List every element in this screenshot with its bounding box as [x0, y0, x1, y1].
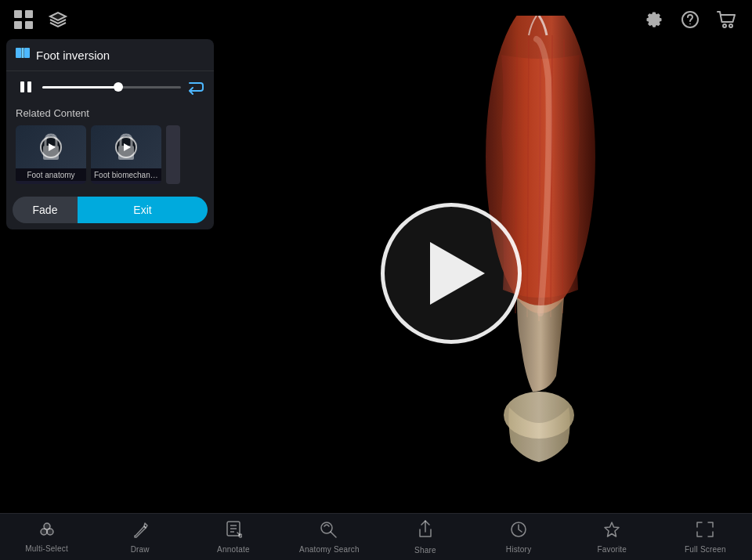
svg-rect-9 — [14, 21, 22, 29]
draw-icon — [132, 520, 149, 542]
svg-rect-21 — [118, 146, 134, 160]
related-item-2[interactable]: Foot biomechanics — [91, 125, 161, 184]
svg-rect-15 — [16, 48, 21, 58]
related-content-label: Related Content — [16, 107, 204, 119]
related-content-section: Related Content Foot anatomy — [6, 103, 214, 190]
thumb-label-1: Foot anatomy — [16, 168, 86, 181]
related-item-1[interactable]: Foot anatomy — [16, 125, 86, 184]
thumb-label-2: Foot biomechanics — [91, 168, 161, 181]
animation-title: Foot inversion — [36, 49, 110, 62]
multi-select-icon — [38, 521, 56, 541]
svg-rect-8 — [25, 10, 33, 18]
svg-rect-18 — [20, 81, 24, 92]
nav-annotate[interactable]: Annotate — [206, 520, 261, 554]
nav-multi-select[interactable]: Multi-Select — [20, 521, 74, 553]
svg-line-31 — [331, 532, 336, 537]
sidebar-action-buttons: Fade Exit — [6, 190, 214, 223]
related-thumbnails: Foot anatomy Foot biomechanics — [16, 125, 204, 184]
nav-favorite-label: Favorite — [597, 545, 627, 554]
thumb-bg-2 — [91, 125, 161, 168]
repeat-button[interactable] — [187, 79, 204, 95]
grid-view-button[interactable] — [13, 9, 34, 31]
related-item-partial — [166, 125, 180, 184]
share-icon — [417, 519, 434, 543]
cart-button[interactable] — [716, 9, 739, 30]
sidebar-panel: Foot inversion Related Content — [6, 39, 214, 229]
svg-rect-20 — [43, 146, 59, 160]
bottom-navigation: Multi-Select Draw Annotate — [0, 513, 752, 560]
nav-favorite[interactable]: Favorite — [584, 520, 639, 554]
svg-point-14 — [729, 24, 732, 27]
history-icon — [509, 520, 528, 542]
svg-rect-16 — [24, 48, 30, 58]
nav-multi-select-label: Multi-Select — [25, 544, 68, 553]
layers-button[interactable] — [47, 9, 69, 31]
nav-full-screen[interactable]: Full Screen — [678, 520, 732, 554]
exit-button[interactable]: Exit — [78, 197, 208, 223]
svg-rect-10 — [25, 21, 33, 29]
svg-point-12 — [689, 23, 691, 25]
svg-rect-19 — [27, 81, 31, 92]
help-button[interactable] — [680, 9, 700, 30]
pause-button[interactable] — [16, 80, 36, 94]
nav-anatomy-search-label: Anatomy Search — [299, 545, 360, 554]
nav-share-label: Share — [414, 546, 436, 555]
progress-bar[interactable] — [42, 86, 181, 89]
play-triangle-icon — [430, 242, 485, 305]
nav-history-label: History — [506, 545, 532, 554]
progress-fill — [42, 86, 118, 89]
toolbar-left — [13, 9, 69, 31]
svg-point-24 — [44, 523, 50, 529]
nav-full-screen-label: Full Screen — [685, 545, 726, 554]
nav-share[interactable]: Share — [398, 519, 453, 555]
anatomy-search-icon — [319, 520, 339, 542]
book-icon — [16, 47, 30, 63]
nav-draw[interactable]: Draw — [113, 520, 168, 554]
nav-anatomy-search[interactable]: Anatomy Search — [299, 520, 360, 554]
sidebar-title-bar: Foot inversion — [6, 39, 214, 71]
settings-button[interactable] — [644, 9, 664, 30]
favorite-icon — [602, 520, 622, 542]
progress-thumb[interactable] — [114, 82, 123, 92]
nav-history[interactable]: History — [491, 520, 546, 554]
top-toolbar — [0, 0, 752, 39]
full-screen-icon — [695, 520, 715, 542]
nav-annotate-label: Annotate — [217, 545, 250, 554]
playback-controls — [6, 71, 214, 103]
svg-point-13 — [723, 24, 726, 27]
toolbar-right — [644, 9, 739, 30]
large-play-button[interactable] — [381, 203, 522, 344]
svg-rect-17 — [22, 48, 24, 58]
nav-draw-label: Draw — [131, 545, 150, 554]
fade-button[interactable]: Fade — [13, 197, 78, 223]
svg-rect-7 — [14, 10, 22, 18]
annotate-icon — [225, 520, 242, 542]
thumb-bg-1 — [16, 125, 86, 168]
